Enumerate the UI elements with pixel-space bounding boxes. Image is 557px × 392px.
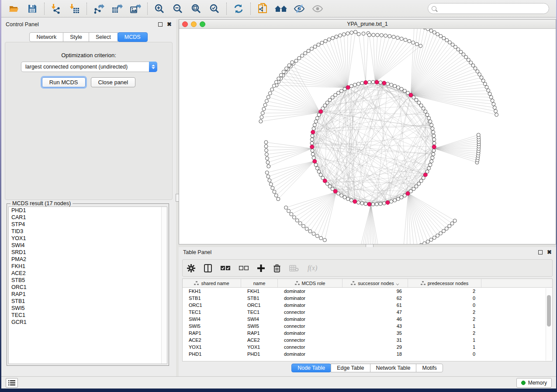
network-node[interactable] (265, 153, 268, 156)
column-header-shared-name[interactable]: shared name (183, 279, 241, 287)
table-row[interactable]: STB1STB1dominator620 (183, 295, 552, 302)
network-node[interactable] (431, 156, 434, 160)
tab-node-table[interactable]: Node Table (291, 364, 331, 372)
network-node[interactable] (274, 194, 278, 197)
network-node[interactable] (343, 196, 346, 199)
network-node[interactable] (427, 166, 431, 170)
create-column-button[interactable] (257, 265, 265, 272)
network-node[interactable] (384, 34, 387, 38)
table-row[interactable]: PHD1PHD1dominator180 (183, 351, 552, 358)
table-row[interactable]: SWI4SWI4dominator462 (183, 316, 552, 323)
network-node[interactable] (260, 116, 263, 119)
network-node[interactable] (287, 209, 291, 213)
column-header-successor-nodes[interactable]: successor nodes (343, 279, 408, 287)
network-node[interactable] (277, 197, 280, 201)
share-document-button[interactable] (253, 1, 272, 16)
network-node[interactable] (360, 81, 364, 85)
network-node[interactable] (327, 38, 331, 41)
network-node[interactable] (426, 113, 429, 117)
open-session-button[interactable] (5, 1, 23, 16)
network-node[interactable] (279, 73, 283, 77)
network-node[interactable] (301, 54, 304, 57)
network-node[interactable] (313, 123, 316, 127)
mcds-result-item[interactable]: STP4 (9, 221, 167, 228)
network-window-titlebar[interactable]: YPA_prune.txt_1 (179, 20, 556, 29)
network-node[interactable] (268, 92, 272, 95)
network-node[interactable] (304, 52, 307, 55)
run-mcds-button[interactable]: Run MCDS (42, 77, 86, 87)
network-node[interactable] (477, 133, 480, 137)
network-node[interactable] (419, 243, 423, 244)
network-node[interactable] (325, 182, 329, 186)
mcds-result-item[interactable]: GCR1 (9, 319, 167, 326)
network-node[interactable] (357, 32, 360, 36)
network-node[interactable] (317, 170, 321, 173)
table-row[interactable]: RAP1RAP1dominator352 (183, 330, 552, 337)
zoom-fit-button[interactable] (187, 1, 205, 16)
function-builder-button[interactable]: f(x) (308, 264, 317, 272)
network-node[interactable] (432, 131, 435, 134)
network-node[interactable] (315, 166, 319, 170)
network-node[interactable] (323, 238, 326, 242)
import-network-button[interactable] (47, 1, 66, 16)
mcds-result-item[interactable]: CAR1 (9, 214, 167, 221)
dominator-node[interactable] (353, 199, 357, 203)
network-node[interactable] (367, 33, 371, 37)
network-node[interactable] (403, 89, 406, 93)
dominator-node[interactable] (432, 145, 436, 149)
network-node[interactable] (492, 103, 495, 106)
zoom-in-button[interactable] (150, 1, 169, 16)
table-scrollbar[interactable] (546, 288, 552, 361)
network-node[interactable] (448, 41, 451, 44)
network-node[interactable] (432, 236, 436, 240)
network-node[interactable] (339, 34, 342, 37)
export-image-button[interactable] (126, 1, 145, 16)
network-node[interactable] (315, 234, 319, 238)
mcds-result-item[interactable]: STB5 (9, 277, 167, 284)
network-node[interactable] (417, 101, 421, 104)
scrollbar-thumb[interactable] (547, 295, 551, 327)
tab-edge-table[interactable]: Edge Table (331, 364, 370, 372)
network-node[interactable] (412, 41, 415, 45)
network-node[interactable] (310, 138, 314, 141)
network-node[interactable] (305, 227, 308, 230)
column-header-predecessor-nodes[interactable]: predecessor nodes (408, 279, 481, 287)
network-node[interactable] (273, 190, 276, 193)
network-node[interactable] (371, 203, 375, 206)
network-node[interactable] (308, 230, 312, 233)
tab-style[interactable]: Style (63, 32, 89, 42)
table-row[interactable]: FKH1FKH1dominator962 (183, 288, 552, 295)
network-node[interactable] (295, 219, 299, 222)
network-node[interactable] (317, 43, 320, 46)
network-node[interactable] (349, 199, 353, 202)
table-row[interactable]: ORC1ORC1dominator610 (183, 302, 552, 309)
delete-column-button[interactable] (273, 264, 280, 272)
network-graph[interactable] (179, 29, 556, 244)
network-node[interactable] (311, 152, 315, 156)
network-node[interactable] (346, 197, 350, 201)
network-node[interactable] (312, 156, 315, 160)
dominator-node[interactable] (310, 145, 314, 149)
dominator-node[interactable] (375, 80, 379, 84)
dominator-node[interactable] (313, 159, 317, 163)
network-node[interactable] (324, 39, 327, 43)
hide-selected-button[interactable] (290, 1, 308, 16)
network-node[interactable] (271, 186, 274, 190)
network-node[interactable] (426, 240, 429, 244)
mcds-result-item[interactable]: SWI4 (9, 242, 167, 249)
network-node[interactable] (396, 86, 400, 89)
network-node[interactable] (390, 83, 393, 86)
network-node[interactable] (375, 203, 378, 206)
network-node[interactable] (319, 173, 322, 176)
maximize-window-icon[interactable] (200, 21, 205, 27)
network-node[interactable] (340, 194, 343, 197)
network-node[interactable] (429, 163, 432, 167)
close-panel-button[interactable]: Close panel (91, 77, 136, 87)
network-node[interactable] (343, 87, 346, 91)
network-node[interactable] (284, 206, 288, 210)
network-node[interactable] (429, 29, 433, 32)
network-node[interactable] (392, 35, 395, 38)
network-node[interactable] (292, 216, 296, 219)
network-node[interactable] (487, 89, 490, 92)
network-node[interactable] (388, 34, 391, 38)
